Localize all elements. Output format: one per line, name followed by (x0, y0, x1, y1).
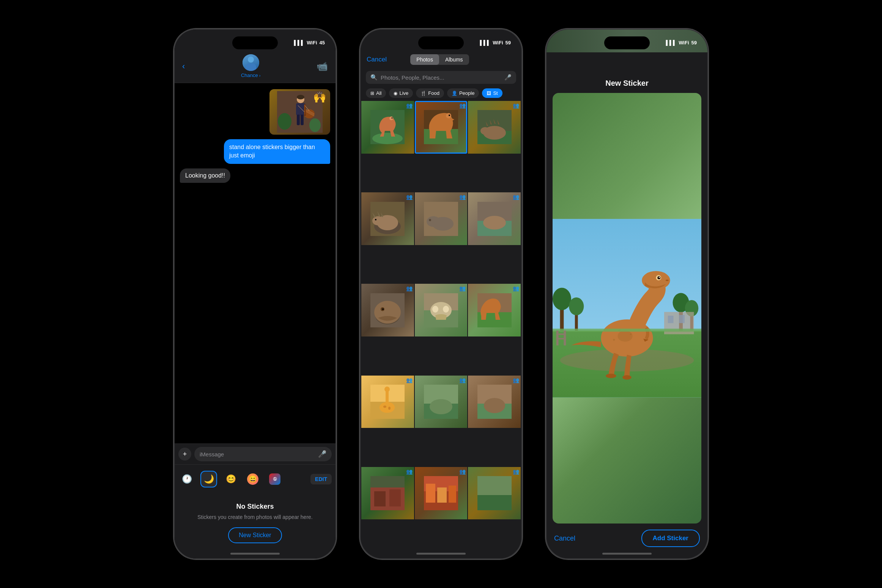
avatar-image (243, 54, 259, 71)
svg-point-36 (429, 219, 431, 221)
svg-rect-91 (679, 315, 685, 323)
people-overlay-15: 👥 (513, 469, 519, 475)
photo-cell-7[interactable]: 👥 (361, 284, 414, 336)
svg-point-4 (297, 95, 304, 99)
add-attachment-button[interactable]: + (178, 448, 191, 461)
dino-svg-15 (477, 476, 512, 510)
people-overlay-11: 👥 (459, 377, 466, 383)
phone-2: ▌▌▌ WiFi 59 Cancel Photos Albums 🔍 Photo… (359, 28, 523, 560)
svg-point-39 (483, 216, 506, 230)
photo-cell-9[interactable]: 👥 (468, 284, 521, 336)
photo-bg-10 (361, 376, 414, 428)
dino-svg-6 (477, 202, 512, 236)
drawer-tab-recent[interactable]: 🕐 (178, 471, 195, 487)
svg-point-18 (389, 116, 393, 120)
back-button[interactable]: ‹ (182, 61, 185, 71)
cancel-link[interactable]: Cancel (554, 535, 575, 542)
contact-info[interactable]: Chance › (241, 54, 260, 78)
dino-svg-7 (370, 293, 405, 327)
photo-cell-11[interactable]: 👥 (415, 376, 468, 428)
no-stickers-subtitle: Stickers you create from photos will app… (197, 514, 312, 521)
photo-bg-3 (468, 101, 521, 154)
photo-bg-11 (415, 376, 468, 428)
live-icon: ◉ (394, 91, 397, 96)
photo-cell-14[interactable]: 👥 (415, 467, 468, 520)
dino-svg-2 (424, 110, 458, 144)
photo-cell-4[interactable]: 👥 (361, 192, 414, 245)
photo-cell-5[interactable]: 👥 (415, 192, 468, 245)
svg-point-65 (484, 398, 505, 413)
photo-cell-10[interactable]: 👥 (361, 376, 414, 428)
dino-svg-12 (477, 385, 512, 419)
filter-all[interactable]: ⊞ All (366, 88, 386, 98)
filter-people[interactable]: 👤 People (447, 88, 479, 98)
signal-3: ▌▌▌ (666, 40, 677, 46)
people-overlay-12: 👥 (513, 377, 519, 383)
photo-cell-3[interactable]: 👥 (468, 101, 521, 154)
home-indicator-2 (416, 553, 466, 555)
dino-svg-3 (477, 110, 512, 144)
svg-point-98 (606, 374, 616, 378)
sticker-header: New Sticker (547, 56, 707, 93)
app-drawer: 🕐 🌙 😊 😄 ① EDIT No Stickers Stickers you … (175, 464, 335, 558)
filter-food-label: Food (428, 90, 439, 96)
video-call-button[interactable]: 📹 (317, 61, 328, 72)
photo-cell-6[interactable]: 👥 (468, 192, 521, 245)
new-sticker-button[interactable]: New Sticker (228, 527, 282, 543)
drawer-tab-emoji[interactable]: 😊 (222, 471, 239, 487)
chevron-right-icon: › (259, 73, 261, 78)
filter-live[interactable]: ◉ Live (389, 88, 413, 98)
home-indicator-3 (602, 553, 652, 555)
contact-name: Chance › (241, 72, 260, 78)
svg-rect-7 (301, 115, 304, 125)
dino-svg-4 (370, 202, 405, 236)
svg-point-103 (613, 339, 615, 341)
wifi-2: WiFi (493, 40, 503, 46)
photo-bg-8 (415, 284, 468, 336)
photo-bg-12 (468, 376, 521, 428)
filter-food[interactable]: 🍴 Food (416, 88, 444, 98)
edit-button[interactable]: EDIT (310, 474, 332, 484)
phone-3: ▌▌▌ WiFi 59 New Sticker (545, 28, 709, 560)
photos-tab[interactable]: Photos (410, 54, 439, 65)
people-overlay-5: 👥 (459, 194, 466, 200)
cancel-button-2[interactable]: Cancel (367, 56, 387, 63)
svg-rect-74 (449, 486, 456, 503)
add-sticker-button[interactable]: Add Sticker (641, 530, 700, 547)
mic-search-icon[interactable]: 🎤 (504, 74, 512, 81)
photo-cell-13[interactable]: 👥 (361, 467, 414, 520)
phone1-screen: ▌▌▌ WiFi 45 ‹ Chance › 📹 (175, 30, 335, 558)
signal-1: ▌▌▌ (294, 40, 305, 46)
people-overlay-3: 👥 (513, 102, 519, 108)
message-bubble-sent-1: stand alone stickers bigger than just em… (224, 139, 330, 164)
photo-cell-1[interactable]: 👥 (361, 101, 414, 154)
filter-people-label: People (459, 90, 474, 96)
drawer-tab-onedrive[interactable]: ① (266, 471, 283, 487)
dino-svg-5 (424, 202, 458, 236)
photo-cell-2[interactable]: 👥 (415, 101, 468, 154)
albums-tab[interactable]: Albums (439, 54, 469, 65)
message-input[interactable]: iMessage 🎤 (194, 447, 332, 461)
signal-2: ▌▌▌ (480, 40, 491, 46)
svg-rect-90 (668, 316, 674, 323)
drawer-tab-stickers[interactable]: 🌙 (200, 471, 217, 487)
svg-point-96 (659, 277, 660, 278)
search-bar[interactable]: 🔍 Photos, People, Places... 🎤 (366, 71, 516, 84)
sticker-preview (553, 93, 701, 524)
svg-point-49 (443, 306, 449, 313)
dynamic-island-1 (232, 36, 278, 49)
svg-rect-104 (553, 329, 701, 332)
filter-stickers[interactable]: 🖼 St (482, 88, 502, 98)
photo-bg-15 (468, 467, 521, 520)
svg-rect-68 (374, 491, 386, 506)
mic-icon[interactable]: 🎤 (318, 450, 326, 458)
wifi-1: WiFi (307, 40, 317, 46)
no-stickers-title: No Stickers (236, 503, 274, 511)
svg-point-84 (569, 297, 584, 315)
drawer-tab-memoji[interactable]: 😄 (244, 471, 261, 487)
food-icon: 🍴 (421, 91, 426, 96)
photo-cell-8[interactable]: 👥 (415, 284, 468, 336)
photo-cell-15[interactable]: 👥 (468, 467, 521, 520)
photo-cell-12[interactable]: 👥 (468, 376, 521, 428)
status-icons-1: ▌▌▌ WiFi 45 (294, 40, 325, 46)
